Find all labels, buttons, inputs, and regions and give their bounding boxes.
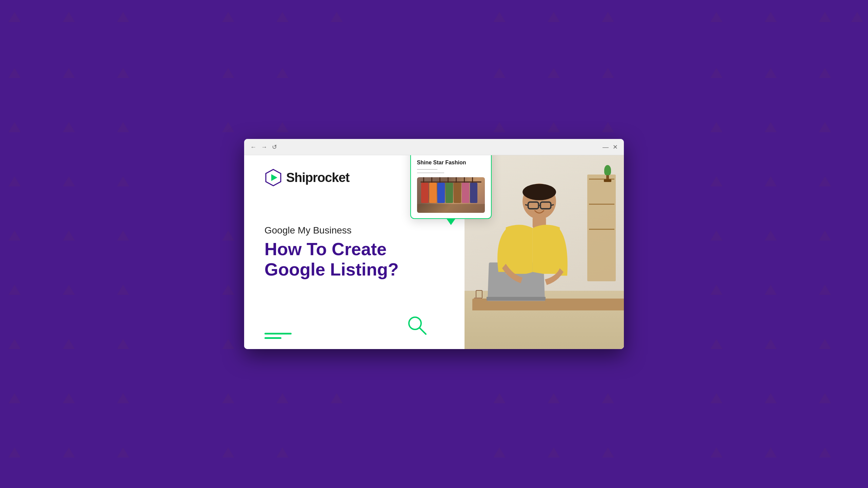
svg-line-9 [525, 205, 528, 205]
garment-5 [454, 183, 461, 203]
gmb-separator-1 [417, 169, 437, 170]
garment-7 [470, 183, 477, 203]
close-button[interactable]: ✕ [613, 143, 618, 151]
refresh-button[interactable]: ↺ [272, 144, 277, 150]
google-logo: Google [417, 155, 437, 156]
shiprocket-logo-icon [264, 169, 282, 186]
gmb-card-header: Google My Business [417, 155, 485, 156]
browser-window: ← → ↺ — ✕ Shiprocket Google My Bus [244, 139, 624, 349]
main-headline: How To Create Google Listing? [264, 239, 448, 280]
search-icon [407, 315, 427, 336]
green-line-short [264, 337, 281, 339]
garment-2 [429, 183, 437, 203]
garment-1 [421, 183, 429, 203]
headline-line2: Google Listing? [264, 260, 399, 279]
bottom-decorators [264, 308, 448, 339]
subtitle-text: Google My Business [264, 225, 448, 236]
gmb-separator-2 [417, 172, 444, 173]
green-line-long [264, 333, 292, 334]
svg-marker-1 [271, 174, 277, 181]
svg-line-10 [551, 205, 554, 205]
headline-line1: How To Create [264, 239, 387, 259]
browser-content: Shiprocket Google My Business How To Cre… [244, 155, 624, 349]
right-panel: Google My Business Shine Star Fashion [465, 155, 624, 349]
green-lines-decoration [264, 333, 292, 339]
gmb-business-name: Shine Star Fashion [417, 160, 485, 166]
minimize-button[interactable]: — [603, 144, 609, 151]
svg-line-3 [419, 328, 426, 334]
gmb-business-image [417, 177, 485, 213]
gmb-card: Google My Business Shine Star Fashion [410, 155, 492, 219]
logo-text: Shiprocket [286, 170, 349, 185]
garment-6 [462, 183, 469, 203]
garment-3 [437, 183, 445, 203]
svg-point-11 [522, 184, 556, 200]
forward-button[interactable]: → [261, 144, 267, 150]
garment-4 [446, 183, 453, 203]
back-button[interactable]: ← [250, 144, 256, 150]
browser-toolbar: ← → ↺ — ✕ [244, 139, 624, 155]
